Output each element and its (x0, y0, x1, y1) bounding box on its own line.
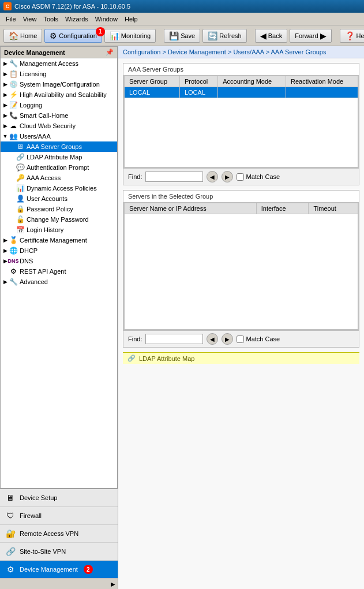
cert-mgmt-icon: 🏅 (9, 236, 18, 245)
sidebar-item-login-history[interactable]: 📅 Login History (1, 225, 117, 235)
sidebar-item-logging[interactable]: ▶ 📝 Logging (1, 100, 117, 110)
change-password-icon: 🔓 (16, 215, 25, 224)
sidebar-item-high-availability[interactable]: ▶ ⚡ High Availability and Scalability (1, 90, 117, 100)
device-setup-label: Device Setup (20, 494, 57, 501)
menu-help[interactable]: Help (121, 14, 141, 24)
nav-firewall[interactable]: 🛡 Firewall (0, 507, 118, 525)
auth-prompt-label: Authentication Prompt (27, 164, 89, 171)
users-aaa-label: Users/AAA (20, 133, 51, 140)
expand-icon-lic: ▶ (2, 70, 9, 77)
save-button[interactable]: 💾 Save (164, 29, 200, 43)
refresh-icon: 🔄 (208, 31, 217, 40)
firewall-label: Firewall (20, 512, 42, 519)
sidebar-item-rest-api-agent[interactable]: ⚙ REST API Agent (1, 266, 117, 277)
cloud-web-security-icon: ☁ (9, 121, 18, 131)
monitoring-button[interactable]: 📊 Monitoring (104, 29, 156, 43)
menu-wizards[interactable]: Wizards (62, 14, 92, 24)
menu-bar: File View Tools Wizards Window Help (0, 13, 364, 25)
col-interface: Interface (256, 203, 309, 214)
ldap-bar: 🔗 LDAP Attribute Map (123, 352, 359, 364)
ldap-label: LDAP Attribute Map (27, 154, 82, 161)
col-reactivation-mode: Reactivation Mode (286, 76, 358, 87)
menu-view[interactable]: View (20, 14, 40, 24)
home-button[interactable]: 🏠 Home (3, 29, 42, 43)
remote-access-vpn-label: Remote Access VPN (20, 530, 78, 537)
match-case-checkbox-1[interactable] (237, 173, 244, 181)
expand-icon-cws: ▶ (2, 122, 9, 129)
find-prev-btn-1[interactable]: ◀ (207, 171, 218, 182)
find-bar-2: Find: ◀ ▶ Match Case (123, 330, 359, 347)
device-management-icon: ⚙ (5, 564, 16, 575)
sidebar-item-smart-call-home[interactable]: ▶ 📞 Smart Call-Home (1, 110, 117, 121)
nav-more-bar[interactable]: ▶ (0, 579, 118, 589)
sidebar-item-cloud-web-security[interactable]: ▶ ☁ Cloud Web Security (1, 121, 117, 131)
help-label: Help (357, 32, 364, 39)
cell-accounting-mode (218, 87, 286, 98)
nav-device-setup[interactable]: 🖥 Device Setup (0, 489, 118, 507)
main-layout: Device Management 📌 ▶ 🔧 Management Acces… (0, 46, 364, 589)
sidebar-item-dhcp[interactable]: ▶ 🌐 DHCP (1, 245, 117, 256)
match-case-text-2: Match Case (246, 335, 280, 342)
find-next-btn-2[interactable]: ▶ (222, 333, 233, 345)
sidebar-item-aaa-access[interactable]: 🔑 AAA Access (1, 173, 117, 183)
sidebar-item-authentication-prompt[interactable]: 💬 Authentication Prompt (1, 162, 117, 173)
sidebar-item-dns[interactable]: ▶ DNS DNS (1, 256, 117, 266)
find-input-1[interactable] (145, 172, 203, 182)
sidebar-item-user-accounts[interactable]: 👤 User Accounts (1, 193, 117, 204)
sidebar-item-ldap-attribute-map[interactable]: 🔗 LDAP Attribute Map (1, 152, 117, 162)
back-icon: ◀ (260, 31, 267, 40)
expand-icon-ha: ▶ (2, 91, 9, 98)
sidebar-item-change-my-password[interactable]: 🔓 Change My Password (1, 214, 117, 225)
aaa-access-icon: 🔑 (16, 173, 25, 182)
aaa-table-row[interactable]: LOCAL LOCAL (125, 87, 358, 98)
col-accounting-mode: Accounting Mode (218, 76, 286, 87)
cloud-web-security-label: Cloud Web Security (20, 122, 76, 129)
sidebar-item-management-access[interactable]: ▶ 🔧 Management Access (1, 58, 117, 69)
rest-label: REST API Agent (20, 268, 66, 275)
sidebar-item-certificate-management[interactable]: ▶ 🏅 Certificate Management (1, 235, 117, 245)
menu-tools[interactable]: Tools (40, 14, 62, 24)
servers-table-empty-row (125, 214, 358, 330)
password-policy-icon: 🔒 (16, 204, 25, 214)
menu-file[interactable]: File (2, 14, 20, 24)
help-button[interactable]: ❓ Help (340, 29, 364, 43)
cell-reactivation-mode (286, 87, 358, 98)
sidebar-item-advanced[interactable]: ▶ 🔧 Advanced (1, 277, 117, 287)
logging-icon: 📝 (9, 100, 18, 110)
menu-window[interactable]: Window (92, 14, 121, 24)
site-to-site-vpn-label: Site-to-Site VPN (20, 548, 66, 555)
sidebar-item-aaa-server-groups[interactable]: 🖥 AAA Server Groups (1, 141, 117, 152)
advanced-label: Advanced (20, 278, 48, 285)
device-mgmt-badge: 2 (84, 565, 93, 574)
match-case-checkbox-2[interactable] (237, 335, 244, 343)
nav-remote-access-vpn[interactable]: 🔐 Remote Access VPN (0, 525, 118, 543)
find-input-2[interactable] (145, 334, 203, 344)
find-bar-1: Find: ◀ ▶ Match Case (123, 168, 359, 185)
high-availability-label: High Availability and Scalability (20, 91, 107, 98)
back-button[interactable]: ◀ Back (255, 29, 287, 43)
forward-button[interactable]: Forward ▶ (290, 29, 331, 43)
dhcp-label: DHCP (20, 247, 37, 254)
sidebar-item-users-aaa[interactable]: ▼ 👥 Users/AAA (1, 131, 117, 141)
sidebar-item-licensing[interactable]: ▶ 📋 Licensing (1, 69, 117, 79)
nav-site-to-site-vpn[interactable]: 🔗 Site-to-Site VPN (0, 543, 118, 561)
sidebar-item-dynamic-access-policies[interactable]: 📊 Dynamic Access Policies (1, 183, 117, 193)
nav-device-management[interactable]: ⚙ Device Management 2 (0, 561, 118, 579)
app-title: Cisco ASDM 7.12(2) for ASA - 10.10.60.5 (14, 3, 130, 10)
smart-call-home-label: Smart Call-Home (20, 112, 68, 119)
aaa-table-header-row: Server Group Protocol Accounting Mode Re… (125, 76, 358, 87)
sidebar-item-system-image[interactable]: ▶ 💿 System Image/Configuration (1, 79, 117, 90)
find-prev-btn-2[interactable]: ◀ (207, 333, 218, 345)
licensing-label: Licensing (20, 70, 46, 77)
smart-call-home-icon: 📞 (9, 111, 18, 120)
configuration-button[interactable]: ⚙ Configuration 1 (44, 29, 102, 43)
config-badge: 1 (96, 27, 105, 36)
change-password-label: Change My Password (27, 216, 89, 223)
expand-icon-rest (2, 268, 9, 275)
refresh-button[interactable]: 🔄 Refresh (202, 29, 247, 43)
ldap-icon: 🔗 (16, 152, 25, 162)
system-image-icon: 💿 (9, 80, 18, 89)
save-label: Save (181, 32, 195, 39)
sidebar-item-password-policy[interactable]: 🔒 Password Policy (1, 204, 117, 214)
find-next-btn-1[interactable]: ▶ (222, 171, 233, 182)
